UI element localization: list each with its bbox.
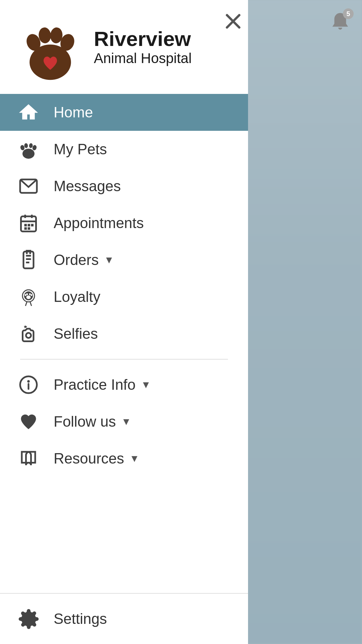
sidebar-item-practice-info[interactable]: Practice Info ▼ [0,366,248,403]
follow-us-chevron-icon: ▼ [121,416,131,427]
sidebar-item-selfies-label: Selfies [54,325,98,342]
sidebar-item-orders[interactable]: Orders ▼ [0,241,248,278]
hospital-name-sub: Animal Hospital [94,50,192,66]
sidebar-item-appointments[interactable]: Appointments [0,205,248,241]
orders-chevron-icon: ▼ [104,254,114,266]
book-icon [17,447,40,470]
calendar-icon [17,211,40,235]
svg-rect-21 [28,227,31,230]
sidebar-item-settings-label: Settings [54,610,107,627]
svg-point-10 [29,143,33,148]
heart-icon [17,410,40,433]
hospital-name: Riverview Animal Hospital [94,28,192,66]
mail-icon [17,174,40,198]
sidebar-item-loyalty-label: Loyalty [54,288,100,305]
sidebar-item-messages[interactable]: Messages [0,168,248,205]
svg-point-33 [29,293,31,295]
sidebar-item-loyalty[interactable]: Loyalty [0,278,248,315]
navigation-drawer: Riverview Animal Hospital Home [0,0,248,644]
orders-icon [17,248,40,272]
gear-icon [17,607,40,631]
sidebar-item-settings[interactable]: Settings [0,593,248,644]
selfie-icon [17,322,40,345]
nav-list: Home My Pets Me [0,94,248,352]
paw-logo-image [17,13,84,80]
notification-bell[interactable]: 5 [325,7,355,37]
sidebar-item-orders-label: Orders [54,252,99,268]
svg-rect-20 [24,227,27,230]
notification-badge: 5 [343,8,354,19]
svg-line-35 [25,302,27,306]
sidebar-item-follow-us[interactable]: Follow us ▼ [0,403,248,440]
svg-point-30 [26,296,31,299]
svg-point-9 [24,143,28,148]
sidebar-item-follow-us-label: Follow us [54,413,116,430]
sidebar-item-resources[interactable]: Resources ▼ [0,440,248,477]
sidebar-item-appointments-label: Appointments [54,215,144,231]
svg-line-36 [30,302,32,306]
svg-rect-17 [24,224,27,227]
sidebar-item-resources-label: Resources [54,450,124,467]
svg-point-37 [26,333,31,338]
sidebar-item-my-pets[interactable]: My Pets [0,131,248,168]
loyalty-icon [17,285,40,309]
sidebar-item-home[interactable]: Home [0,94,248,131]
info-icon [17,373,40,396]
sidebar-item-selfies[interactable]: Selfies [0,315,248,352]
resources-chevron-icon: ▼ [129,453,139,464]
home-icon [17,101,40,124]
nav-divider [20,359,228,360]
paw-logo [17,13,84,80]
svg-point-32 [26,293,28,295]
secondary-nav-list: Practice Info ▼ Follow us ▼ Resources ▼ [0,366,248,477]
hospital-name-main: Riverview [94,28,192,50]
logo-area: Riverview Animal Hospital [0,0,248,94]
sidebar-item-messages-label: Messages [54,178,121,195]
sidebar-item-my-pets-label: My Pets [54,141,107,158]
svg-point-7 [22,149,35,159]
sidebar-item-home-label: Home [54,104,93,121]
svg-rect-19 [31,224,34,227]
svg-rect-18 [28,224,31,227]
close-button[interactable] [221,9,245,33]
sidebar-item-practice-info-label: Practice Info [54,376,136,393]
close-icon [224,12,242,31]
practice-info-chevron-icon: ▼ [141,379,151,390]
paw-icon [17,138,40,161]
